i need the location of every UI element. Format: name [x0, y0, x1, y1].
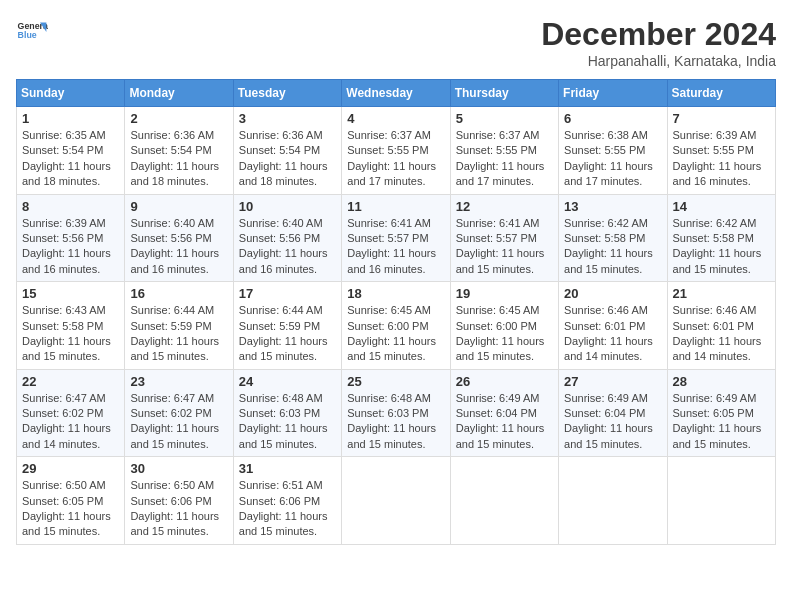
day-cell-15: 15 Sunrise: 6:43 AMSunset: 5:58 PMDaylig… — [17, 282, 125, 370]
day-cell-14: 14 Sunrise: 6:42 AMSunset: 5:58 PMDaylig… — [667, 194, 775, 282]
day-cell-30: 30 Sunrise: 6:50 AMSunset: 6:06 PMDaylig… — [125, 457, 233, 545]
day-cell-5: 5 Sunrise: 6:37 AMSunset: 5:55 PMDayligh… — [450, 107, 558, 195]
day-cell-24: 24 Sunrise: 6:48 AMSunset: 6:03 PMDaylig… — [233, 369, 341, 457]
empty-cell-2 — [450, 457, 558, 545]
month-title: December 2024 — [541, 16, 776, 53]
calendar-row-1: 1 Sunrise: 6:35 AMSunset: 5:54 PMDayligh… — [17, 107, 776, 195]
calendar-row-4: 22 Sunrise: 6:47 AMSunset: 6:02 PMDaylig… — [17, 369, 776, 457]
day-cell-10: 10 Sunrise: 6:40 AMSunset: 5:56 PMDaylig… — [233, 194, 341, 282]
col-monday: Monday — [125, 80, 233, 107]
day-cell-4: 4 Sunrise: 6:37 AMSunset: 5:55 PMDayligh… — [342, 107, 450, 195]
day-cell-12: 12 Sunrise: 6:41 AMSunset: 5:57 PMDaylig… — [450, 194, 558, 282]
day-cell-8: 8 Sunrise: 6:39 AMSunset: 5:56 PMDayligh… — [17, 194, 125, 282]
day-cell-20: 20 Sunrise: 6:46 AMSunset: 6:01 PMDaylig… — [559, 282, 667, 370]
empty-cell-3 — [559, 457, 667, 545]
empty-cell-4 — [667, 457, 775, 545]
day-cell-13: 13 Sunrise: 6:42 AMSunset: 5:58 PMDaylig… — [559, 194, 667, 282]
day-cell-1: 1 Sunrise: 6:35 AMSunset: 5:54 PMDayligh… — [17, 107, 125, 195]
day-cell-25: 25 Sunrise: 6:48 AMSunset: 6:03 PMDaylig… — [342, 369, 450, 457]
day-cell-2: 2 Sunrise: 6:36 AMSunset: 5:54 PMDayligh… — [125, 107, 233, 195]
calendar-header-row: Sunday Monday Tuesday Wednesday Thursday… — [17, 80, 776, 107]
day-cell-23: 23 Sunrise: 6:47 AMSunset: 6:02 PMDaylig… — [125, 369, 233, 457]
calendar-row-3: 15 Sunrise: 6:43 AMSunset: 5:58 PMDaylig… — [17, 282, 776, 370]
logo: General Blue — [16, 16, 48, 48]
day-cell-26: 26 Sunrise: 6:49 AMSunset: 6:04 PMDaylig… — [450, 369, 558, 457]
day-cell-27: 27 Sunrise: 6:49 AMSunset: 6:04 PMDaylig… — [559, 369, 667, 457]
day-cell-7: 7 Sunrise: 6:39 AMSunset: 5:55 PMDayligh… — [667, 107, 775, 195]
day-cell-16: 16 Sunrise: 6:44 AMSunset: 5:59 PMDaylig… — [125, 282, 233, 370]
col-saturday: Saturday — [667, 80, 775, 107]
title-block: December 2024 Harpanahalli, Karnataka, I… — [541, 16, 776, 69]
col-sunday: Sunday — [17, 80, 125, 107]
day-cell-11: 11 Sunrise: 6:41 AMSunset: 5:57 PMDaylig… — [342, 194, 450, 282]
svg-text:Blue: Blue — [18, 30, 37, 40]
day-cell-3: 3 Sunrise: 6:36 AMSunset: 5:54 PMDayligh… — [233, 107, 341, 195]
col-tuesday: Tuesday — [233, 80, 341, 107]
calendar-table: Sunday Monday Tuesday Wednesday Thursday… — [16, 79, 776, 545]
col-thursday: Thursday — [450, 80, 558, 107]
col-friday: Friday — [559, 80, 667, 107]
day-cell-19: 19 Sunrise: 6:45 AMSunset: 6:00 PMDaylig… — [450, 282, 558, 370]
day-cell-29: 29 Sunrise: 6:50 AMSunset: 6:05 PMDaylig… — [17, 457, 125, 545]
day-cell-17: 17 Sunrise: 6:44 AMSunset: 5:59 PMDaylig… — [233, 282, 341, 370]
logo-icon: General Blue — [16, 16, 48, 48]
calendar-row-5: 29 Sunrise: 6:50 AMSunset: 6:05 PMDaylig… — [17, 457, 776, 545]
page-header: General Blue December 2024 Harpanahalli,… — [16, 16, 776, 69]
day-cell-9: 9 Sunrise: 6:40 AMSunset: 5:56 PMDayligh… — [125, 194, 233, 282]
col-wednesday: Wednesday — [342, 80, 450, 107]
day-cell-18: 18 Sunrise: 6:45 AMSunset: 6:00 PMDaylig… — [342, 282, 450, 370]
day-cell-6: 6 Sunrise: 6:38 AMSunset: 5:55 PMDayligh… — [559, 107, 667, 195]
day-cell-21: 21 Sunrise: 6:46 AMSunset: 6:01 PMDaylig… — [667, 282, 775, 370]
day-cell-22: 22 Sunrise: 6:47 AMSunset: 6:02 PMDaylig… — [17, 369, 125, 457]
day-cell-31: 31 Sunrise: 6:51 AMSunset: 6:06 PMDaylig… — [233, 457, 341, 545]
calendar-row-2: 8 Sunrise: 6:39 AMSunset: 5:56 PMDayligh… — [17, 194, 776, 282]
location-title: Harpanahalli, Karnataka, India — [541, 53, 776, 69]
day-cell-28: 28 Sunrise: 6:49 AMSunset: 6:05 PMDaylig… — [667, 369, 775, 457]
empty-cell-1 — [342, 457, 450, 545]
